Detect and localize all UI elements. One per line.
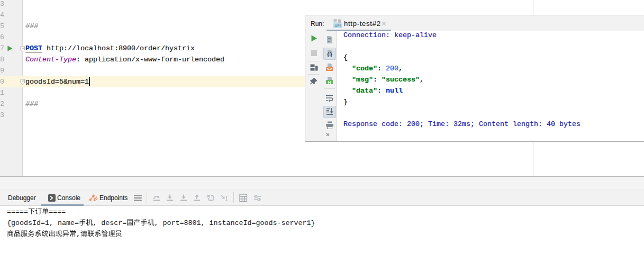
svg-text:{goodsId=1, name=: {goodsId=1, name= xyxy=(7,219,79,227)
svg-text:=====: ===== xyxy=(7,208,28,216)
svg-text:API: API xyxy=(334,24,341,28)
svg-text:,: , xyxy=(76,230,80,238)
svg-text:H: H xyxy=(328,80,331,85)
svg-text:====: ==== xyxy=(49,208,66,216)
svg-text:, descr=: , descr= xyxy=(93,219,126,227)
svg-text:{}: {} xyxy=(327,52,333,58)
svg-text:<>: <> xyxy=(326,67,332,71)
svg-text:, port=8801, instanceId=goods-: , port=8801, instanceId=goods-server1} xyxy=(155,219,315,227)
